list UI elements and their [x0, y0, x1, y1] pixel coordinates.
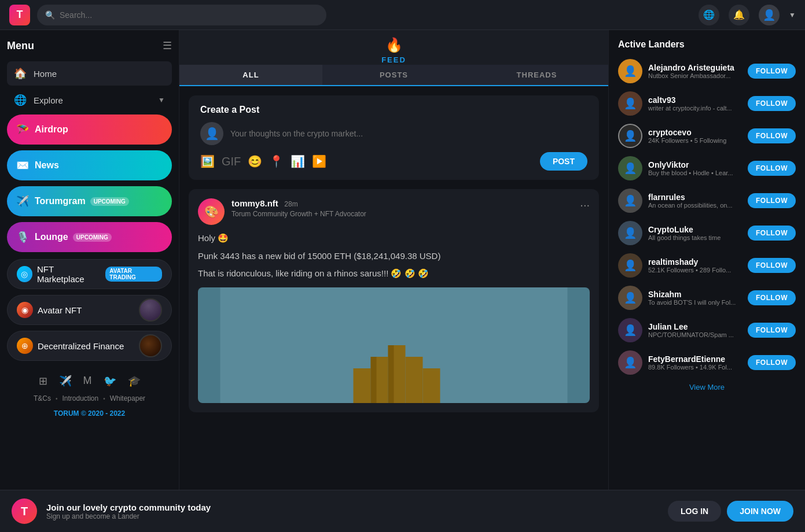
lander-avatar: 👤	[618, 59, 642, 83]
menu-toggle-icon[interactable]: ☰	[163, 39, 172, 52]
lounge-label: Lounge	[35, 232, 68, 242]
post-button[interactable]: POST	[540, 152, 587, 171]
location-icon[interactable]: 📍	[269, 154, 284, 168]
create-post-input-row: 👤	[200, 122, 587, 145]
media-icon[interactable]: ▶️	[312, 154, 326, 168]
feed-tabs: ALL POSTS THREADS	[179, 65, 608, 85]
post-toolbar: 🖼️ GIF 😊 📍 📊 ▶️ POST	[200, 152, 587, 171]
lander-name: Julian Lee	[648, 322, 742, 331]
lander-info: Shizahm To avoid BOT'S I will only Fol..…	[648, 290, 742, 306]
emoji-icon[interactable]: 😊	[248, 154, 262, 168]
lounge-icon: 🎙️	[16, 231, 29, 243]
tab-all[interactable]: ALL	[179, 65, 322, 85]
lander-sub: 24K Followers • 5 Following	[648, 137, 742, 144]
other-icon[interactable]: 🎓	[128, 375, 141, 387]
post-author-avatar: 🎨	[198, 198, 225, 225]
post-more-icon[interactable]: ···	[580, 198, 590, 212]
copyright: TORUM © 2020 - 2022	[54, 409, 125, 418]
feed-fire-icon: 🔥	[179, 37, 608, 53]
lander-avatar: 👤	[618, 253, 642, 278]
follow-button[interactable]: FOLLOW	[748, 161, 796, 176]
gif-icon[interactable]: GIF	[222, 155, 241, 168]
lander-item: 👤 FetyBernardEtienne 89.8K Followers • 1…	[618, 350, 796, 375]
post-header: 🎨 tommy8.nft 28m Torum Community Growth …	[198, 198, 590, 225]
search-bar[interactable]: 🔍	[37, 5, 326, 25]
lander-sub: Buy the blood • Hodle • Lear...	[648, 169, 742, 176]
sidebar-item-label: Home	[34, 69, 57, 79]
follow-button[interactable]: FOLLOW	[748, 128, 796, 143]
lander-avatar: 👤	[618, 286, 642, 310]
follow-button[interactable]: FOLLOW	[748, 64, 796, 79]
image-upload-icon[interactable]: 🖼️	[200, 154, 215, 168]
search-icon: 🔍	[45, 10, 55, 20]
sidebar-item-torumgram[interactable]: ✈️ Torumgram UPCOMING	[7, 186, 172, 216]
post-author-name[interactable]: tommy8.nft	[231, 198, 278, 208]
chevron-down-icon[interactable]: ▼	[789, 11, 796, 19]
social-links: ⊞ ✈️ M 🐦 🎓	[39, 375, 141, 387]
home-icon: 🏠	[14, 67, 27, 80]
introduction-link[interactable]: Introduction	[62, 394, 98, 402]
left-sidebar: Menu ☰ 🏠 Home 🌐 Explore ▼ 🪂 Airdrop ✉️ N…	[0, 30, 179, 532]
feed-area: 🔥 FEED ALL POSTS THREADS Create a Post 👤…	[179, 30, 608, 532]
follow-button[interactable]: FOLLOW	[748, 355, 796, 370]
sidebar-item-avatar-nft[interactable]: ◉ Avatar NFT	[7, 295, 172, 325]
view-more-link[interactable]: View More	[618, 383, 796, 391]
cta-logo: T	[12, 498, 37, 524]
lander-sub: Nutbox Senior Ambassador...	[648, 72, 742, 79]
cta-title: Join our lovely crypto community today	[46, 503, 659, 512]
follow-button[interactable]: FOLLOW	[748, 290, 796, 305]
search-input[interactable]	[60, 10, 318, 20]
follow-button[interactable]: FOLLOW	[748, 226, 796, 241]
sidebar-item-airdrop[interactable]: 🪂 Airdrop	[7, 114, 172, 145]
whitepaper-link[interactable]: Whitepaper	[110, 394, 145, 402]
create-post-title: Create a Post	[200, 105, 587, 115]
nav-icons: 🌐 🔔 👤 ▼	[699, 5, 796, 25]
sidebar-item-home[interactable]: 🏠 Home	[7, 61, 172, 86]
post-author-role: Torum Community Growth + NFT Advocator	[231, 210, 573, 218]
lander-name: Alejandro Aristeguieta	[648, 63, 742, 72]
lander-sub: NPC/TORUMNATOR/Spam ...	[648, 331, 742, 338]
lander-sub: 89.8K Followers • 14.9K Fol...	[648, 364, 742, 371]
nft-marketplace-badge: AVATAR TRADING	[105, 267, 162, 282]
login-button[interactable]: LOG IN	[668, 501, 721, 522]
sidebar-item-explore[interactable]: 🌐 Explore ▼	[7, 88, 172, 112]
sidebar-item-lounge[interactable]: 🎙️ Lounge UPCOMING	[7, 222, 172, 252]
follow-button[interactable]: FOLLOW	[748, 323, 796, 338]
follow-button[interactable]: FOLLOW	[748, 96, 796, 111]
svg-rect-4	[406, 357, 423, 403]
post-text-input[interactable]	[230, 129, 587, 138]
chart-icon[interactable]: 📊	[291, 154, 305, 168]
airdrop-label: Airdrop	[35, 124, 68, 135]
telegram-icon[interactable]: ✈️	[59, 375, 72, 387]
sidebar-item-news[interactable]: ✉️ News	[7, 150, 172, 180]
sidebar-header: Menu ☰	[7, 39, 172, 52]
lander-item: 👤 realtimshady 52.1K Followers • 289 Fol…	[618, 253, 796, 278]
defi-label: Decentralized Finance	[38, 341, 124, 351]
avatar-nft-icon: ◉	[17, 302, 33, 318]
app-logo[interactable]: T	[9, 5, 30, 25]
discord-icon[interactable]: ⊞	[39, 375, 47, 387]
lander-avatar: 👤	[618, 91, 642, 116]
user-avatar-nav[interactable]: 👤	[759, 5, 780, 25]
airdrop-icon: 🪂	[16, 123, 29, 136]
lander-avatar: 👤	[618, 350, 642, 375]
sidebar-item-defi[interactable]: ⊕ Decentralized Finance	[7, 331, 172, 361]
torumgram-badge: UPCOMING	[90, 197, 129, 206]
bell-nav-icon[interactable]: 🔔	[729, 5, 749, 25]
lounge-badge: UPCOMING	[73, 233, 112, 242]
follow-button[interactable]: FOLLOW	[748, 193, 796, 208]
terms-link[interactable]: T&Cs	[34, 394, 51, 402]
lander-item: 👤 OnlyViktor Buy the blood • Hodle • Lea…	[618, 156, 796, 180]
lander-name: Shizahm	[648, 290, 742, 299]
news-icon: ✉️	[16, 159, 29, 172]
twitter-icon[interactable]: 🐦	[104, 375, 116, 387]
tab-threads[interactable]: THREADS	[465, 65, 608, 85]
follow-button[interactable]: FOLLOW	[748, 258, 796, 273]
lander-name: cryptocevo	[648, 128, 742, 137]
globe-nav-icon[interactable]: 🌐	[699, 5, 719, 25]
medium-icon[interactable]: M	[83, 375, 92, 387]
lander-sub: All good things takes time	[648, 234, 742, 241]
tab-posts[interactable]: POSTS	[322, 65, 465, 85]
join-now-button[interactable]: JOIN NOW	[727, 501, 793, 522]
sidebar-item-nft-marketplace[interactable]: ◎ NFT Marketplace AVATAR TRADING	[7, 259, 172, 289]
